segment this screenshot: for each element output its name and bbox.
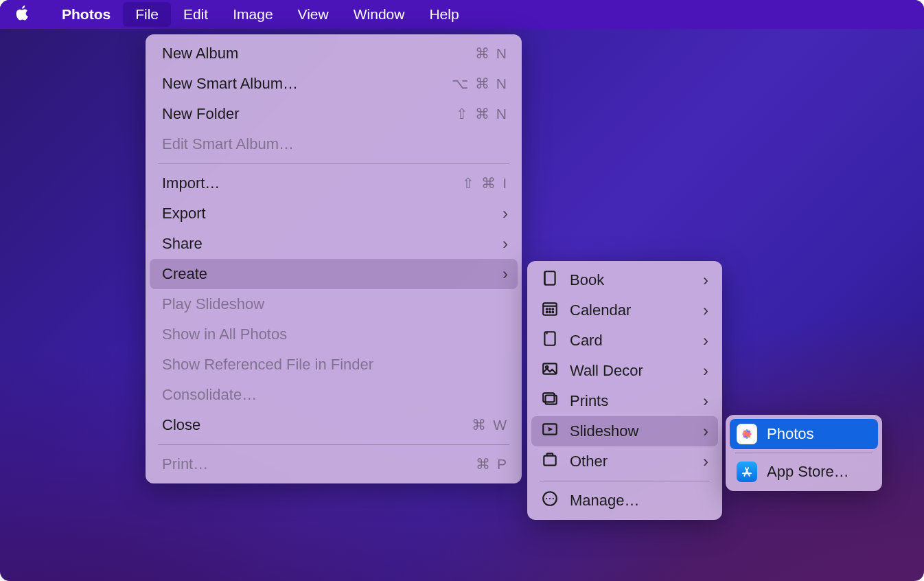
menubar-item-view[interactable]: View	[286, 0, 341, 29]
menu-item-label: Print…	[162, 455, 208, 473]
chevron-right-icon: ›	[703, 422, 708, 441]
svg-point-4	[552, 308, 553, 310]
tertiary-item-app-store[interactable]: App Store…	[730, 457, 878, 487]
submenu-item-label: Other	[570, 453, 608, 470]
submenu-item-label: Book	[570, 271, 604, 289]
photos-app-icon	[737, 424, 757, 444]
submenu-item-book[interactable]: Book ›	[531, 265, 718, 295]
menu-item-show-referenced-file: Show Referenced File in Finder	[150, 350, 518, 380]
menu-item-share[interactable]: Share ›	[150, 229, 518, 259]
chevron-right-icon: ›	[503, 264, 508, 284]
menubar-app-name[interactable]: Photos	[49, 0, 123, 29]
svg-point-7	[552, 312, 553, 313]
svg-point-18	[553, 498, 554, 499]
menu-item-new-smart-album[interactable]: New Smart Album… ⌥ ⌘ N	[150, 69, 518, 99]
submenu-item-label: Slideshow	[570, 422, 638, 440]
submenu-item-manage[interactable]: Manage…	[531, 486, 718, 516]
chevron-right-icon: ›	[703, 271, 708, 290]
file-menu-dropdown: New Album ⌘ N New Smart Album… ⌥ ⌘ N New…	[146, 34, 522, 483]
submenu-item-other[interactable]: Other ›	[531, 446, 718, 477]
menu-item-new-album[interactable]: New Album ⌘ N	[150, 38, 518, 69]
calendar-icon	[541, 299, 559, 321]
book-icon	[541, 269, 559, 291]
menu-separator	[735, 453, 873, 453]
submenu-item-label: Calendar	[570, 301, 631, 319]
svg-rect-0	[544, 271, 555, 285]
appstore-app-icon	[737, 462, 757, 482]
submenu-item-prints[interactable]: Prints ›	[531, 386, 718, 416]
card-icon	[541, 330, 559, 352]
submenu-item-wall-decor[interactable]: Wall Decor ›	[531, 356, 718, 386]
svg-point-5	[546, 312, 548, 313]
menu-item-label: Consolidate…	[162, 386, 257, 404]
chevron-right-icon: ›	[703, 391, 708, 411]
tertiary-item-photos[interactable]: Photos	[730, 419, 878, 449]
menubar-item-image[interactable]: Image	[220, 0, 285, 29]
menu-item-label: Export	[162, 205, 206, 223]
menu-item-label: Show Referenced File in Finder	[162, 356, 373, 374]
prints-icon	[541, 390, 559, 412]
submenu-item-label: Card	[570, 332, 603, 350]
svg-point-2	[546, 308, 548, 310]
svg-point-16	[546, 498, 547, 499]
menubar-item-window[interactable]: Window	[341, 0, 417, 29]
menubar-item-edit[interactable]: Edit	[171, 0, 220, 29]
menu-item-create[interactable]: Create ›	[150, 259, 518, 289]
menu-item-shortcut: ⌘ P	[476, 456, 508, 472]
menu-item-shortcut: ⌥ ⌘ N	[452, 76, 508, 92]
slideshow-submenu: Photos App Store…	[726, 415, 882, 491]
menu-item-label: New Smart Album…	[162, 75, 298, 93]
menu-item-show-in-all-photos: Show in All Photos	[150, 319, 518, 350]
chevron-right-icon: ›	[703, 452, 708, 471]
menu-separator	[540, 481, 710, 481]
menu-item-label: Create	[162, 265, 207, 283]
submenu-item-label: Manage…	[570, 492, 640, 510]
svg-point-3	[549, 308, 551, 310]
chevron-right-icon: ›	[703, 361, 708, 380]
create-submenu: Book › Calendar › Card › Wall Decor › Pr…	[527, 261, 722, 520]
menu-item-consolidate: Consolidate…	[150, 380, 518, 410]
tertiary-item-label: Photos	[767, 425, 814, 443]
slideshow-icon	[541, 420, 559, 442]
menu-item-label: Share	[162, 235, 203, 253]
menu-item-label: Show in All Photos	[162, 326, 287, 343]
menu-item-export[interactable]: Export ›	[150, 198, 518, 229]
submenu-item-card[interactable]: Card ›	[531, 326, 718, 356]
menu-item-import[interactable]: Import… ⇧ ⌘ I	[150, 168, 518, 198]
other-icon	[541, 451, 559, 472]
menu-item-play-slideshow: Play Slideshow	[150, 289, 518, 319]
menu-item-new-folder[interactable]: New Folder ⇧ ⌘ N	[150, 99, 518, 129]
menu-item-label: Close	[162, 416, 200, 434]
menu-separator	[158, 163, 509, 164]
submenu-item-label: Wall Decor	[570, 362, 643, 380]
chevron-right-icon: ›	[503, 234, 508, 253]
manage-icon	[541, 490, 559, 512]
menu-item-label: Import…	[162, 174, 220, 192]
menu-item-print: Print… ⌘ P	[150, 449, 518, 479]
menubar-item-help[interactable]: Help	[417, 0, 471, 29]
chevron-right-icon: ›	[703, 301, 708, 320]
apple-logo-icon[interactable]	[15, 4, 49, 25]
chevron-right-icon: ›	[703, 331, 708, 350]
menu-item-label: New Folder	[162, 105, 239, 123]
submenu-item-slideshow[interactable]: Slideshow ›	[531, 416, 718, 446]
menubar-item-file[interactable]: File	[123, 2, 171, 27]
menu-item-shortcut: ⇧ ⌘ N	[456, 106, 508, 122]
menu-item-shortcut: ⌘ W	[472, 417, 508, 433]
chevron-right-icon: ›	[503, 204, 508, 223]
menu-item-label: New Album	[162, 45, 238, 62]
menubar: Photos File Edit Image View Window Help	[0, 0, 924, 29]
svg-rect-14	[544, 456, 555, 466]
walldecor-icon	[541, 360, 559, 382]
menu-item-shortcut: ⇧ ⌘ I	[462, 175, 508, 192]
menu-item-label: Play Slideshow	[162, 295, 264, 313]
tertiary-item-label: App Store…	[767, 463, 849, 481]
submenu-item-calendar[interactable]: Calendar ›	[531, 295, 718, 326]
svg-point-6	[549, 312, 551, 313]
svg-point-17	[549, 498, 551, 499]
menu-item-label: Edit Smart Album…	[162, 135, 294, 153]
menu-separator	[158, 444, 509, 445]
menu-item-shortcut: ⌘ N	[475, 45, 508, 62]
menu-item-close[interactable]: Close ⌘ W	[150, 410, 518, 440]
menu-item-edit-smart-album: Edit Smart Album…	[150, 129, 518, 159]
